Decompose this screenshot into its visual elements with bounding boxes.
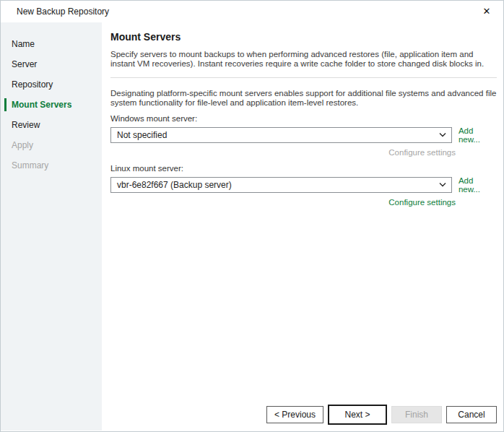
page-title: Mount Servers bbox=[110, 31, 497, 43]
sidebar-item-review[interactable]: Review bbox=[1, 115, 102, 135]
linux-mount-server-label: Linux mount server: bbox=[110, 164, 497, 173]
sidebar-item-summary: Summary bbox=[1, 155, 102, 176]
linux-add-new-link[interactable]: Add new... bbox=[459, 176, 497, 194]
windows-configure-settings-link: Configure settings bbox=[388, 148, 456, 157]
wizard-steps-sidebar: Name Server Repository Mount Servers Rev… bbox=[1, 22, 102, 431]
section-divider bbox=[110, 77, 497, 78]
chevron-down-icon bbox=[439, 133, 446, 137]
finish-button: Finish bbox=[391, 406, 442, 423]
wizard-footer: < Previous Next > Finish Cancel bbox=[266, 405, 497, 425]
window-title: New Backup Repository bbox=[17, 7, 479, 17]
next-button[interactable]: Next > bbox=[328, 405, 387, 425]
wizard-page-content: Mount Servers Specify servers to mount b… bbox=[102, 22, 503, 431]
windows-mount-server-select[interactable]: Not specified bbox=[110, 127, 452, 143]
close-icon[interactable]: ✕ bbox=[479, 4, 495, 20]
linux-mount-server-select[interactable]: vbr-6e82f667 (Backup server) bbox=[110, 177, 452, 193]
chevron-down-icon bbox=[439, 183, 446, 187]
windows-mount-server-label: Windows mount server: bbox=[110, 114, 497, 123]
sidebar-item-mount-servers[interactable]: Mount Servers bbox=[1, 95, 102, 115]
page-description: Specify servers to mount backups to when… bbox=[110, 50, 497, 69]
cancel-button[interactable]: Cancel bbox=[446, 406, 497, 423]
sidebar-item-name[interactable]: Name bbox=[1, 34, 102, 54]
titlebar: New Backup Repository ✕ bbox=[1, 1, 503, 22]
windows-add-new-link[interactable]: Add new... bbox=[459, 126, 497, 144]
linux-mount-server-value: vbr-6e82f667 (Backup server) bbox=[117, 180, 232, 190]
sidebar-item-apply: Apply bbox=[1, 135, 102, 155]
previous-button[interactable]: < Previous bbox=[266, 406, 323, 423]
linux-configure-settings-link[interactable]: Configure settings bbox=[388, 198, 456, 207]
windows-mount-server-value: Not specified bbox=[117, 130, 167, 140]
new-backup-repository-dialog: New Backup Repository ✕ Name Server Repo… bbox=[0, 0, 504, 432]
sidebar-item-repository[interactable]: Repository bbox=[1, 74, 102, 95]
sidebar-item-server[interactable]: Server bbox=[1, 54, 102, 74]
platform-note: Designating platform-specific mount serv… bbox=[110, 89, 497, 108]
